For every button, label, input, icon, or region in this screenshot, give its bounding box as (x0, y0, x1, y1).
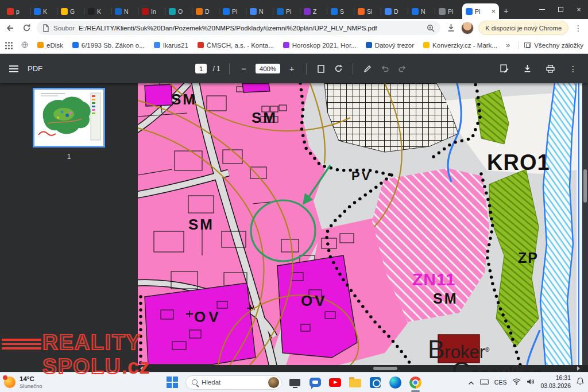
minimize-button[interactable] (533, 0, 551, 19)
browser-tab[interactable]: K (84, 3, 111, 19)
vertical-scrollbar[interactable] (582, 83, 588, 365)
page-1-thumbnail[interactable] (33, 88, 105, 148)
tab-favicon (277, 8, 284, 15)
pdf-action-buttons: ⋮ (498, 63, 579, 75)
browser-tab[interactable]: D (381, 3, 408, 19)
taskbar-app-file-explorer[interactable] (348, 375, 362, 390)
taskbar-app-monitor[interactable] (288, 375, 302, 390)
browser-tab[interactable]: S (327, 3, 354, 19)
save-annotated-button[interactable] (498, 63, 510, 75)
pdf-menu-icon[interactable] (9, 65, 18, 72)
taskbar-search-box[interactable]: Hledat (185, 375, 282, 390)
pdf-more-button[interactable]: ⋮ (567, 63, 579, 75)
map-label-sm: SM (171, 91, 197, 108)
undo-button[interactable] (379, 63, 390, 75)
rotate-button[interactable] (332, 63, 344, 75)
zoom-page-icon[interactable] (427, 24, 435, 32)
taskbar-app-outlook[interactable] (368, 375, 382, 390)
bookmark-item[interactable]: Ikarus21 (150, 40, 192, 51)
zoning-map-page[interactable]: SMSMSMPVOVOVKRO1ZN11SMZP (138, 83, 582, 365)
taskbar-app-edge[interactable] (388, 375, 403, 390)
address-bar[interactable]: Soubor E:/REALITY/Klienti/Suk%20Dan/Poze… (37, 21, 440, 35)
browser-tab[interactable]: Pi (435, 3, 462, 19)
zoom-in-button[interactable]: + (286, 63, 297, 75)
touch-keyboard-button[interactable] (480, 377, 489, 387)
bookmark-item[interactable]: eDisk (33, 40, 67, 51)
scroll-right-arrow[interactable] (577, 366, 580, 371)
tray-expand-button[interactable] (468, 377, 474, 387)
back-button[interactable] (5, 22, 16, 34)
chevron-up-icon (468, 381, 474, 385)
chat-app-icon (310, 378, 321, 387)
taskbar-app-youtube[interactable] (328, 375, 342, 390)
bookmark-item[interactable]: Konverzky.cz - Mark... (419, 40, 501, 51)
browser-tab[interactable]: O (165, 3, 192, 19)
notifications-button[interactable] (577, 377, 584, 387)
vertical-scroll-thumb[interactable] (583, 169, 587, 203)
browser-tab[interactable]: N (111, 3, 138, 19)
bookmark-favicon (283, 42, 289, 48)
apps-grid-icon[interactable] (5, 41, 13, 49)
pdf-download-button[interactable] (521, 63, 533, 75)
tab-title: O (178, 8, 189, 15)
close-button[interactable]: × (570, 0, 588, 19)
outlook-app-icon (370, 377, 381, 388)
browser-tab[interactable]: D (192, 3, 219, 19)
maximize-button[interactable] (551, 0, 570, 19)
browser-tab[interactable]: N (408, 3, 435, 19)
browser-tab[interactable]: Pi× (462, 3, 499, 19)
bookmark-item[interactable] (17, 40, 32, 51)
downloads-button[interactable] (445, 22, 457, 34)
taskbar-app-chrome[interactable] (408, 375, 423, 390)
profile-avatar[interactable] (461, 22, 474, 34)
weather-widget[interactable]: 14°C Slunečno (4, 375, 42, 389)
browser-tab[interactable]: G (57, 3, 84, 19)
time-label: 16:31 (540, 374, 571, 382)
browser-tab[interactable]: Pi (273, 3, 300, 19)
bookmark-item[interactable]: 6/1993 Sb. Zákon o... (68, 40, 149, 51)
volume-button[interactable] (527, 377, 535, 387)
browser-tab[interactable]: N (246, 3, 273, 19)
browser-tab[interactable]: p (3, 3, 30, 19)
taskbar-app-chat[interactable] (308, 375, 322, 390)
new-tab-button[interactable]: + (504, 6, 509, 15)
scroll-left-arrow[interactable] (140, 366, 143, 371)
taskbar-clock[interactable]: 16:31 03.03.2026 (540, 374, 571, 390)
annotate-button[interactable] (362, 63, 373, 75)
tab-close-icon[interactable]: × (491, 7, 496, 15)
bookmark-item[interactable]: ČMSCH, a.s. - Konta... (194, 40, 278, 51)
tab-title: Si (367, 8, 378, 15)
horizontal-scrollbar[interactable] (138, 365, 582, 372)
bookmark-item[interactable]: Datový trezor (362, 40, 418, 51)
url-text[interactable]: E:/REALITY/Klienti/Suk%20Dan/Pozemek%20N… (79, 25, 423, 32)
browser-tab[interactable]: K (30, 3, 57, 19)
zoom-level-input[interactable]: 400% (256, 64, 280, 73)
page-number-input[interactable]: 1 (195, 64, 207, 73)
tab-title: D (205, 8, 216, 15)
reload-button[interactable] (21, 22, 32, 34)
globe-icon (21, 41, 28, 49)
horizontal-scroll-thumb[interactable] (373, 367, 397, 370)
bookmark-label: 6/1993 Sb. Zákon o... (82, 42, 145, 49)
language-indicator[interactable]: CES (494, 379, 507, 386)
all-bookmarks-button[interactable]: Všechny záložky (518, 42, 583, 49)
browser-tab[interactable]: In (138, 3, 165, 19)
print-button[interactable] (544, 63, 556, 75)
edge-app-icon (389, 377, 401, 389)
redo-button[interactable] (396, 63, 408, 75)
file-icon (42, 24, 49, 32)
browser-menu-button[interactable]: ⋮ (573, 24, 583, 33)
bookmark-item[interactable]: Horoskop 2021, Hor... (279, 40, 361, 51)
bookmark-items: eDisk6/1993 Sb. Zákon o...Ikarus21ČMSCH,… (17, 40, 501, 51)
browser-tab[interactable]: Z (300, 3, 327, 19)
network-button[interactable] (512, 377, 521, 387)
save-pen-icon (500, 64, 509, 73)
browser-tab[interactable]: Pi (219, 3, 246, 19)
fit-page-button[interactable] (315, 63, 327, 75)
chrome-update-button[interactable]: K dispozici je nový Chrome (478, 21, 568, 35)
browser-tab[interactable]: Si (354, 3, 381, 19)
bookmarks-overflow-button[interactable]: » (502, 41, 513, 49)
tab-favicon (331, 8, 338, 15)
zoom-out-button[interactable]: − (238, 63, 250, 75)
start-button[interactable] (165, 375, 180, 390)
